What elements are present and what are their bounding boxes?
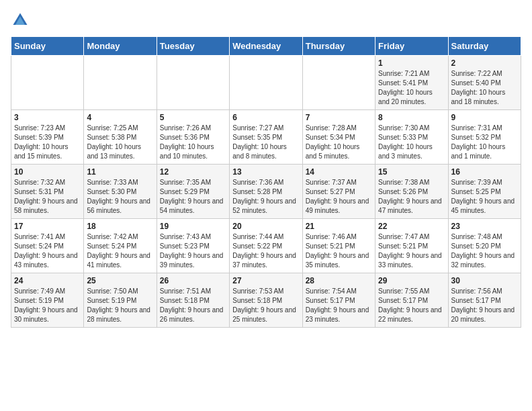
day-info: Sunrise: 7:37 AM Sunset: 5:27 PM Dayligh…: [306, 178, 372, 216]
calendar-cell: 6Sunrise: 7:27 AM Sunset: 5:35 PM Daylig…: [230, 110, 302, 165]
day-number: 14: [306, 167, 372, 177]
calendar-week-5: 24Sunrise: 7:49 AM Sunset: 5:19 PM Dayli…: [11, 273, 521, 328]
day-info: Sunrise: 7:47 AM Sunset: 5:21 PM Dayligh…: [378, 232, 445, 270]
calendar-cell: 17Sunrise: 7:41 AM Sunset: 5:24 PM Dayli…: [11, 219, 84, 273]
logo-icon: [11, 11, 30, 30]
day-info: Sunrise: 7:38 AM Sunset: 5:26 PM Dayligh…: [378, 178, 445, 216]
calendar-cell: 22Sunrise: 7:47 AM Sunset: 5:21 PM Dayli…: [375, 219, 448, 273]
day-info: Sunrise: 7:21 AM Sunset: 5:41 PM Dayligh…: [378, 69, 445, 107]
day-info: Sunrise: 7:49 AM Sunset: 5:19 PM Dayligh…: [14, 287, 81, 324]
day-number: 22: [378, 222, 445, 231]
calendar-table: SundayMondayTuesdayWednesdayThursdayFrid…: [11, 36, 521, 328]
day-info: Sunrise: 7:44 AM Sunset: 5:22 PM Dayligh…: [232, 232, 299, 270]
day-number: 1: [378, 58, 445, 68]
day-info: Sunrise: 7:36 AM Sunset: 5:28 PM Dayligh…: [232, 178, 299, 216]
day-number: 30: [451, 276, 518, 285]
day-info: Sunrise: 7:56 AM Sunset: 5:17 PM Dayligh…: [451, 287, 518, 324]
day-number: 2: [451, 58, 518, 68]
day-number: 10: [14, 167, 81, 177]
day-number: 21: [306, 222, 372, 231]
day-info: Sunrise: 7:33 AM Sunset: 5:30 PM Dayligh…: [87, 178, 153, 216]
day-info: Sunrise: 7:26 AM Sunset: 5:36 PM Dayligh…: [160, 124, 226, 161]
day-info: Sunrise: 7:22 AM Sunset: 5:40 PM Dayligh…: [451, 69, 518, 107]
day-number: 6: [232, 113, 299, 122]
day-number: 16: [451, 167, 518, 177]
day-info: Sunrise: 7:46 AM Sunset: 5:21 PM Dayligh…: [306, 232, 372, 270]
day-number: 9: [451, 113, 518, 122]
day-number: 15: [378, 167, 445, 177]
calendar-cell: 19Sunrise: 7:43 AM Sunset: 5:23 PM Dayli…: [157, 219, 229, 273]
calendar-cell: 8Sunrise: 7:30 AM Sunset: 5:33 PM Daylig…: [375, 110, 448, 165]
day-info: Sunrise: 7:55 AM Sunset: 5:17 PM Dayligh…: [378, 287, 445, 324]
day-info: Sunrise: 7:42 AM Sunset: 5:24 PM Dayligh…: [87, 232, 153, 270]
calendar-cell: 25Sunrise: 7:50 AM Sunset: 5:19 PM Dayli…: [84, 273, 157, 328]
calendar-cell: 15Sunrise: 7:38 AM Sunset: 5:26 PM Dayli…: [375, 165, 448, 219]
calendar-cell: 16Sunrise: 7:39 AM Sunset: 5:25 PM Dayli…: [448, 165, 521, 219]
day-info: Sunrise: 7:43 AM Sunset: 5:23 PM Dayligh…: [160, 232, 226, 270]
day-number: 20: [232, 222, 299, 231]
day-number: 18: [87, 222, 153, 231]
calendar-cell: 2Sunrise: 7:22 AM Sunset: 5:40 PM Daylig…: [448, 56, 521, 110]
day-number: 8: [378, 113, 445, 122]
calendar-cell: [302, 56, 375, 110]
calendar-cell: 21Sunrise: 7:46 AM Sunset: 5:21 PM Dayli…: [302, 219, 375, 273]
day-info: Sunrise: 7:54 AM Sunset: 5:17 PM Dayligh…: [306, 287, 372, 324]
calendar-cell: 24Sunrise: 7:49 AM Sunset: 5:19 PM Dayli…: [11, 273, 84, 328]
day-info: Sunrise: 7:23 AM Sunset: 5:39 PM Dayligh…: [14, 124, 81, 161]
day-info: Sunrise: 7:50 AM Sunset: 5:19 PM Dayligh…: [87, 287, 153, 324]
day-number: 3: [14, 113, 81, 122]
calendar-cell: 10Sunrise: 7:32 AM Sunset: 5:31 PM Dayli…: [11, 165, 84, 219]
day-info: Sunrise: 7:51 AM Sunset: 5:18 PM Dayligh…: [160, 287, 226, 324]
day-number: 27: [232, 276, 299, 285]
page-header: [11, 11, 521, 30]
day-number: 4: [87, 113, 153, 122]
col-header-wednesday: Wednesday: [230, 37, 302, 56]
day-number: 13: [232, 167, 299, 177]
day-number: 23: [451, 222, 518, 231]
day-number: 5: [160, 113, 226, 122]
calendar-week-2: 3Sunrise: 7:23 AM Sunset: 5:39 PM Daylig…: [11, 110, 521, 165]
calendar-header-row: SundayMondayTuesdayWednesdayThursdayFrid…: [11, 37, 521, 56]
day-info: Sunrise: 7:32 AM Sunset: 5:31 PM Dayligh…: [14, 178, 81, 216]
calendar-cell: 3Sunrise: 7:23 AM Sunset: 5:39 PM Daylig…: [11, 110, 84, 165]
calendar-cell: 30Sunrise: 7:56 AM Sunset: 5:17 PM Dayli…: [448, 273, 521, 328]
calendar-cell: 27Sunrise: 7:53 AM Sunset: 5:18 PM Dayli…: [230, 273, 302, 328]
day-number: 26: [160, 276, 226, 285]
day-number: 11: [87, 167, 153, 177]
day-number: 24: [14, 276, 81, 285]
day-number: 28: [306, 276, 372, 285]
day-info: Sunrise: 7:53 AM Sunset: 5:18 PM Dayligh…: [232, 287, 299, 324]
col-header-friday: Friday: [375, 37, 448, 56]
calendar-cell: [84, 56, 157, 110]
calendar-week-3: 10Sunrise: 7:32 AM Sunset: 5:31 PM Dayli…: [11, 165, 521, 219]
calendar-cell: 20Sunrise: 7:44 AM Sunset: 5:22 PM Dayli…: [230, 219, 302, 273]
day-info: Sunrise: 7:30 AM Sunset: 5:33 PM Dayligh…: [378, 124, 445, 161]
day-number: 19: [160, 222, 226, 231]
calendar-week-4: 17Sunrise: 7:41 AM Sunset: 5:24 PM Dayli…: [11, 219, 521, 273]
calendar-cell: 4Sunrise: 7:25 AM Sunset: 5:38 PM Daylig…: [84, 110, 157, 165]
calendar-cell: 5Sunrise: 7:26 AM Sunset: 5:36 PM Daylig…: [157, 110, 229, 165]
col-header-thursday: Thursday: [302, 37, 375, 56]
col-header-sunday: Sunday: [11, 37, 84, 56]
calendar-cell: 12Sunrise: 7:35 AM Sunset: 5:29 PM Dayli…: [157, 165, 229, 219]
calendar-cell: [230, 56, 302, 110]
day-number: 17: [14, 222, 81, 231]
calendar-cell: [11, 56, 84, 110]
calendar-cell: 7Sunrise: 7:28 AM Sunset: 5:34 PM Daylig…: [302, 110, 375, 165]
calendar-cell: 18Sunrise: 7:42 AM Sunset: 5:24 PM Dayli…: [84, 219, 157, 273]
calendar-cell: 26Sunrise: 7:51 AM Sunset: 5:18 PM Dayli…: [157, 273, 229, 328]
calendar-cell: 1Sunrise: 7:21 AM Sunset: 5:41 PM Daylig…: [375, 56, 448, 110]
day-number: 12: [160, 167, 226, 177]
day-info: Sunrise: 7:25 AM Sunset: 5:38 PM Dayligh…: [87, 124, 153, 161]
calendar-cell: 28Sunrise: 7:54 AM Sunset: 5:17 PM Dayli…: [302, 273, 375, 328]
day-number: 29: [378, 276, 445, 285]
calendar-cell: [157, 56, 229, 110]
calendar-cell: 29Sunrise: 7:55 AM Sunset: 5:17 PM Dayli…: [375, 273, 448, 328]
col-header-monday: Monday: [84, 37, 157, 56]
day-number: 7: [306, 113, 372, 122]
calendar-cell: 23Sunrise: 7:48 AM Sunset: 5:20 PM Dayli…: [448, 219, 521, 273]
calendar-cell: 11Sunrise: 7:33 AM Sunset: 5:30 PM Dayli…: [84, 165, 157, 219]
day-number: 25: [87, 276, 153, 285]
day-info: Sunrise: 7:35 AM Sunset: 5:29 PM Dayligh…: [160, 178, 226, 216]
day-info: Sunrise: 7:48 AM Sunset: 5:20 PM Dayligh…: [451, 232, 518, 270]
